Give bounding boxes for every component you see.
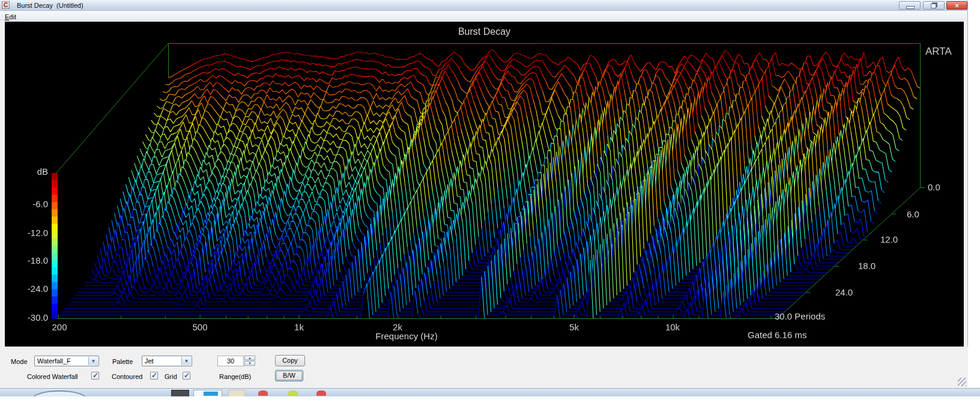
bw-button[interactable]: B/W <box>275 370 303 381</box>
db-tick--18: -18.0 <box>14 255 48 265</box>
period-tick-18: 18.0 <box>858 261 876 271</box>
taskbar-icon[interactable] <box>258 390 268 396</box>
grid-checkbox[interactable] <box>183 372 190 380</box>
burst-decay-window: C Burst Decay (Untitled) × Edit Burst De… <box>0 0 968 387</box>
minimize-button[interactable] <box>899 1 921 10</box>
freq-axis-label: Frequency (Hz) <box>358 331 455 341</box>
title-bar: C Burst Decay (Untitled) × <box>0 0 967 11</box>
taskbar-item[interactable] <box>228 390 245 396</box>
control-bar: Mode Waterfall_F ▼ Palette Jet ▼ ▲ ▼ Cop… <box>0 347 968 387</box>
mode-label: Mode <box>11 358 28 365</box>
close-button[interactable]: × <box>946 1 967 10</box>
resize-grip-icon[interactable] <box>958 378 966 386</box>
start-orb-icon[interactable] <box>33 390 86 396</box>
spin-up-icon[interactable]: ▲ <box>244 356 255 360</box>
range-db-input[interactable] <box>217 356 244 366</box>
range-db-stepper[interactable]: ▲ ▼ <box>244 356 255 366</box>
range-db-label: Range(dB) <box>219 373 251 380</box>
period-tick-0: 0.0 <box>928 182 940 192</box>
colored-waterfall-label: Colored Waterfall <box>27 373 78 380</box>
freq-tick-200: 200 <box>52 322 67 332</box>
db-tick--6: -6.0 <box>14 199 48 209</box>
gated-time-label: Gated 6.16 ms <box>748 330 806 340</box>
mode-select[interactable]: Waterfall_F ▼ <box>34 356 99 366</box>
period-tick-6: 6.0 <box>907 209 919 219</box>
waterfall-canvas <box>5 22 964 347</box>
copy-button[interactable]: Copy <box>275 355 305 366</box>
freq-tick-5k: 5k <box>569 322 579 332</box>
mode-value: Waterfall_F <box>37 357 71 365</box>
taskbar-item[interactable] <box>193 390 222 396</box>
palette-select[interactable]: Jet ▼ <box>142 356 192 366</box>
restore-icon <box>931 4 936 8</box>
period-tick-30-label: 30.0 Periods <box>775 311 825 321</box>
taskbar-icon[interactable] <box>316 390 326 396</box>
taskbar-icon[interactable] <box>288 390 298 396</box>
taskbar-item[interactable] <box>171 390 189 396</box>
screen: C Burst Decay (Untitled) × Edit Burst De… <box>0 0 980 403</box>
menu-bar: Edit <box>0 11 967 20</box>
restore-button[interactable] <box>923 1 945 10</box>
db-tick--30: -30.0 <box>14 312 48 323</box>
db-tick--24: -24.0 <box>14 283 48 294</box>
chevron-down-icon: ▼ <box>88 357 98 365</box>
db-tick--12: -12.0 <box>14 228 48 238</box>
contoured-checkbox[interactable] <box>150 372 158 380</box>
colored-waterfall-checkbox[interactable] <box>91 372 99 380</box>
taskbar <box>0 388 980 396</box>
close-icon: × <box>947 2 967 10</box>
period-tick-12: 12.0 <box>880 234 898 244</box>
palette-value: Jet <box>145 357 154 365</box>
grid-label: Grid <box>165 373 177 380</box>
chart-title: Burst Decay <box>5 26 964 37</box>
spin-down-icon[interactable]: ▼ <box>244 361 255 366</box>
chevron-down-icon: ▼ <box>181 357 191 365</box>
contoured-label: Contoured <box>112 373 142 380</box>
arta-watermark: ARTA <box>925 44 935 58</box>
arta-app-icon: C <box>2 1 10 9</box>
window-title: Burst Decay (Untitled) <box>17 2 83 9</box>
taskbar-thumbnail <box>204 392 218 396</box>
freq-tick-10k: 10k <box>665 322 680 332</box>
freq-tick-1k: 1k <box>294 322 304 332</box>
freq-tick-500: 500 <box>192 322 207 332</box>
palette-label: Palette <box>112 358 133 365</box>
period-tick-24: 24.0 <box>835 287 853 297</box>
db-axis-unit: dB <box>24 166 48 177</box>
menu-edit[interactable]: Edit <box>0 13 21 21</box>
minimize-icon <box>906 6 915 9</box>
